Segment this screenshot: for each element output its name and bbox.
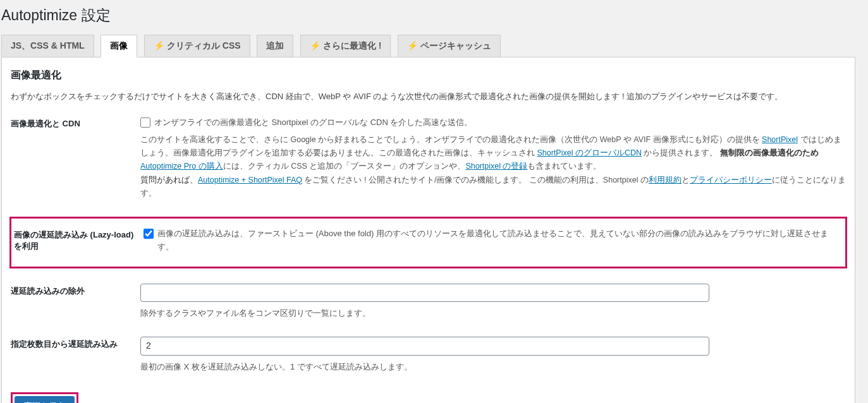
checkbox-image-cdn[interactable] (140, 117, 150, 128)
input-lazy-exclude[interactable] (140, 284, 709, 303)
row-label-exclude: 遅延読み込みの除外 (11, 284, 140, 297)
input-lazy-skip[interactable] (140, 337, 709, 356)
row-lazy-skip: 指定枚数目から遅延読み込み 最初の画像 X 枚を遅延読み込みしない。1 ですべて… (11, 337, 846, 373)
desc-strong: 無制限の画像最適化のため (720, 148, 819, 157)
settings-tabs: JS、CSS & HTML 画像 ⚡クリティカル CSS 追加 ⚡さらに最適化 … (1, 34, 855, 57)
link-faq[interactable]: Autoptimize + ShortPixel FAQ (198, 176, 302, 184)
link-terms[interactable]: 利用規約 (649, 176, 682, 184)
link-autoptimize-pro[interactable]: Autoptimize Pro の購入 (140, 162, 223, 171)
lightning-icon: ⚡ (407, 40, 418, 51)
row-label-lazy: 画像の遅延読み込み (Lazy-load) を利用 (14, 227, 144, 252)
desc-faq: 質問があれば、Autoptimize + ShortPixel FAQ をご覧く… (140, 174, 846, 201)
tab-optimize-more[interactable]: ⚡さらに最適化 ! (300, 35, 391, 57)
page-title: Autoptimize 設定 (1, 6, 855, 25)
desc-text: このサイトを高速化することで、さらに Google から好まれることでしょう。オ… (140, 135, 762, 144)
tab-js-css-html[interactable]: JS、CSS & HTML (1, 35, 94, 57)
highlight-save: 変更を保存 (11, 392, 78, 403)
link-privacy[interactable]: プライバシーポリシー (690, 176, 772, 184)
tab-critical-css[interactable]: ⚡クリティカル CSS (144, 35, 250, 57)
row-label-cdn: 画像最適化と CDN (11, 116, 140, 129)
help-exclude: 除外するクラスやファイル名をコンマ区切りで一覧にします。 (140, 307, 846, 320)
lightning-icon: ⚡ (154, 40, 164, 51)
desc-text: から提供されます。 (642, 148, 720, 157)
row-lazy-exclude: 遅延読み込みの除外 除外するクラスやファイル名をコンマ区切りで一覧にします。 (11, 284, 846, 320)
help-skip: 最初の画像 X 枚を遅延読み込みしない。1 ですべて遅延読み込みします。 (140, 361, 846, 374)
section-intro: わずかなボックスをチェックするだけでサイトを大きく高速化でき、CDN 経由で、W… (11, 90, 846, 104)
tab-extra[interactable]: 追加 (257, 35, 293, 57)
lightning-icon: ⚡ (310, 40, 321, 51)
desc-text: には、クティカル CSS と追加の「ブースター」のオプションや、 (223, 162, 466, 171)
desc-strong: 質問があれば、 (140, 176, 198, 184)
highlight-lazy-load: 画像の遅延読み込み (Lazy-load) を利用 画像の遅延読み込みは、ファー… (9, 217, 847, 268)
section-title: 画像最適化 (11, 69, 846, 82)
checkbox-label-lazy: 画像の遅延読み込みは、ファーストビュー (Above the fold) 用のす… (157, 227, 841, 254)
link-shortpixel-register[interactable]: Shortpixel の登録 (465, 162, 527, 171)
tab-label: さらに最適化 ! (323, 40, 382, 51)
desc-cdn: このサイトを高速化することで、さらに Google から好まれることでしょう。オ… (140, 133, 846, 174)
save-button[interactable]: 変更を保存 (15, 396, 75, 403)
desc-text: も含まれています。 (527, 162, 601, 171)
tab-label: ページキャッシュ (420, 40, 491, 51)
row-image-cdn: 画像最適化と CDN オンザフライでの画像最適化と Shortpixel のグロ… (11, 116, 846, 200)
tab-label: クリティカル CSS (167, 40, 241, 51)
tab-images[interactable]: 画像 (101, 35, 137, 57)
checkbox-lazy-load[interactable] (144, 229, 154, 239)
link-shortpixel[interactable]: ShortPixel (762, 135, 798, 144)
link-shortpixel-cdn[interactable]: ShortPixel のグローバルCDN (537, 148, 642, 157)
row-label-skip: 指定枚数目から遅延読み込み (11, 337, 140, 350)
checkbox-label-cdn: オンザフライでの画像最適化と Shortpixel のグローバルな CDN を介… (154, 116, 472, 129)
desc-text: と (682, 176, 690, 184)
tab-page-cache[interactable]: ⚡ページキャッシュ (398, 35, 501, 57)
desc-text: をご覧ください ! 公開されたサイト/画像でのみ機能します。 この機能の利用は、… (302, 176, 649, 184)
settings-panel: 画像最適化 わずかなボックスをチェックするだけでサイトを大きく高速化でき、CDN… (1, 57, 855, 403)
